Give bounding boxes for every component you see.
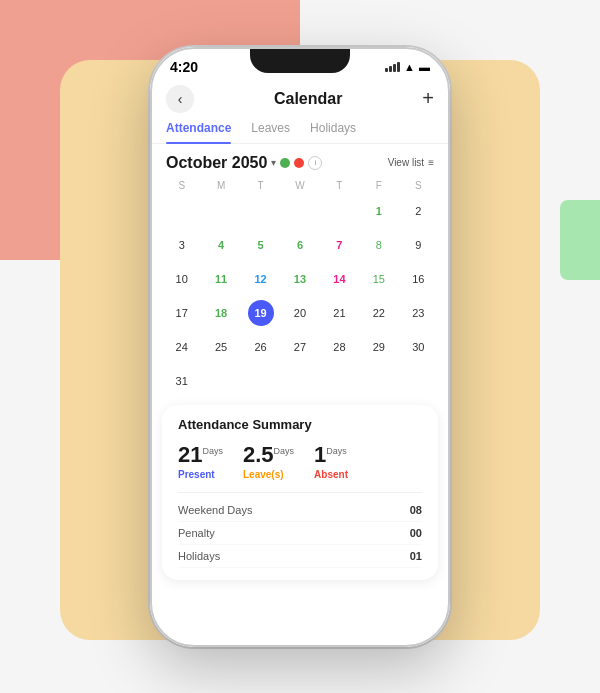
view-list-button[interactable]: View list ≡ (388, 157, 434, 168)
cal-cell[interactable] (280, 195, 319, 227)
cal-cell-19[interactable]: 19 (241, 297, 280, 329)
cal-cell-8[interactable]: 8 (359, 229, 398, 261)
cal-cell-26[interactable]: 26 (241, 331, 280, 363)
bg-green (560, 200, 600, 280)
legend: i (280, 156, 322, 170)
cal-cell[interactable] (201, 195, 240, 227)
cal-cell[interactable] (320, 365, 359, 397)
cal-cell-25[interactable]: 25 (201, 331, 240, 363)
cal-cell[interactable] (201, 365, 240, 397)
stat-present-label: Present (178, 469, 223, 480)
view-list-label: View list (388, 157, 425, 168)
add-button[interactable]: + (422, 87, 434, 110)
week-1: 1 2 (162, 195, 438, 227)
summary-title: Attendance Summary (178, 417, 422, 432)
week-5: 24 25 26 27 28 29 30 (162, 331, 438, 363)
stat-absent-number: 1Days (314, 442, 348, 468)
day-label-t1: T (241, 178, 280, 193)
stat-absent-label: Absent (314, 469, 348, 480)
cal-cell[interactable] (320, 195, 359, 227)
cal-cell-15[interactable]: 15 (359, 263, 398, 295)
day-label-s2: S (399, 178, 438, 193)
legend-absent-dot (294, 158, 304, 168)
month-label: October 2050 (166, 154, 267, 172)
cal-cell-4[interactable]: 4 (201, 229, 240, 261)
battery-icon: ▬ (419, 61, 430, 73)
cal-cell-13[interactable]: 13 (280, 263, 319, 295)
cal-cell[interactable] (280, 365, 319, 397)
summary-row-weekend-label: Weekend Days (178, 504, 252, 516)
cal-cell-24[interactable]: 24 (162, 331, 201, 363)
tab-holidays[interactable]: Holidays (310, 121, 356, 143)
summary-row-penalty: Penalty 00 (178, 522, 422, 545)
back-button[interactable]: ‹ (166, 85, 194, 113)
day-label-f: F (359, 178, 398, 193)
week-3: 10 11 12 13 14 15 16 (162, 263, 438, 295)
stat-present: 21Days Present (178, 442, 223, 480)
stat-leave-super: Days (274, 445, 295, 455)
wifi-icon: ▲ (404, 61, 415, 73)
cal-cell-20[interactable]: 20 (280, 297, 319, 329)
cal-cell[interactable] (162, 195, 201, 227)
cal-cell-31[interactable]: 31 (162, 365, 201, 397)
calendar-grid: S M T W T F S 1 2 3 4 5 6 7 8 9 (150, 178, 450, 397)
stat-present-number: 21Days (178, 442, 223, 468)
cal-cell-22[interactable]: 22 (359, 297, 398, 329)
summary-row-weekend: Weekend Days 08 (178, 499, 422, 522)
cal-cell-14[interactable]: 14 (320, 263, 359, 295)
cal-cell-30[interactable]: 30 (399, 331, 438, 363)
cal-cell-12[interactable]: 12 (241, 263, 280, 295)
tab-bar: Attendance Leaves Holidays (150, 121, 450, 144)
summary-row-weekend-value: 08 (410, 504, 422, 516)
stat-leave-label: Leave(s) (243, 469, 294, 480)
week-2: 3 4 5 6 7 8 9 (162, 229, 438, 261)
cal-cell-21[interactable]: 21 (320, 297, 359, 329)
week-6: 31 (162, 365, 438, 397)
cal-cell-6[interactable]: 6 (280, 229, 319, 261)
summary-row-holidays-value: 01 (410, 550, 422, 562)
cal-cell[interactable] (359, 365, 398, 397)
cal-cell-1[interactable]: 1 (359, 195, 398, 227)
summary-card: Attendance Summary 21Days Present 2.5Day… (162, 405, 438, 580)
chevron-down-icon: ▾ (271, 157, 276, 168)
summary-row-holidays: Holidays 01 (178, 545, 422, 568)
status-time: 4:20 (170, 59, 198, 75)
info-icon[interactable]: i (308, 156, 322, 170)
cal-cell-29[interactable]: 29 (359, 331, 398, 363)
cal-cell-28[interactable]: 28 (320, 331, 359, 363)
cal-cell-5[interactable]: 5 (241, 229, 280, 261)
list-icon: ≡ (428, 157, 434, 168)
day-label-s1: S (162, 178, 201, 193)
month-selector[interactable]: October 2050 ▾ i (166, 154, 322, 172)
cal-cell-17[interactable]: 17 (162, 297, 201, 329)
cal-cell[interactable] (241, 365, 280, 397)
cal-cell[interactable] (241, 195, 280, 227)
stat-leave-number: 2.5Days (243, 442, 294, 468)
cal-cell-10[interactable]: 10 (162, 263, 201, 295)
cal-cell-3[interactable]: 3 (162, 229, 201, 261)
cal-cell-27[interactable]: 27 (280, 331, 319, 363)
cal-cell-2[interactable]: 2 (399, 195, 438, 227)
cal-cell[interactable] (399, 365, 438, 397)
tab-leaves[interactable]: Leaves (251, 121, 290, 143)
legend-present-dot (280, 158, 290, 168)
summary-stats: 21Days Present 2.5Days Leave(s) 1Days Ab… (178, 442, 422, 480)
calendar-header: October 2050 ▾ i View list ≡ (150, 144, 450, 178)
status-icons: ▲ ▬ (385, 61, 430, 73)
day-label-m: M (201, 178, 240, 193)
cal-cell-9[interactable]: 9 (399, 229, 438, 261)
day-label-t2: T (320, 178, 359, 193)
cal-cell-11[interactable]: 11 (201, 263, 240, 295)
notch (250, 47, 350, 73)
cal-cell-7[interactable]: 7 (320, 229, 359, 261)
summary-row-holidays-label: Holidays (178, 550, 220, 562)
cal-cell-18[interactable]: 18 (201, 297, 240, 329)
day-label-w: W (280, 178, 319, 193)
stat-absent: 1Days Absent (314, 442, 348, 480)
page-title: Calendar (274, 90, 342, 108)
stat-absent-super: Days (326, 445, 347, 455)
cal-cell-23[interactable]: 23 (399, 297, 438, 329)
tab-attendance[interactable]: Attendance (166, 121, 231, 143)
stat-present-super: Days (202, 445, 223, 455)
cal-cell-16[interactable]: 16 (399, 263, 438, 295)
